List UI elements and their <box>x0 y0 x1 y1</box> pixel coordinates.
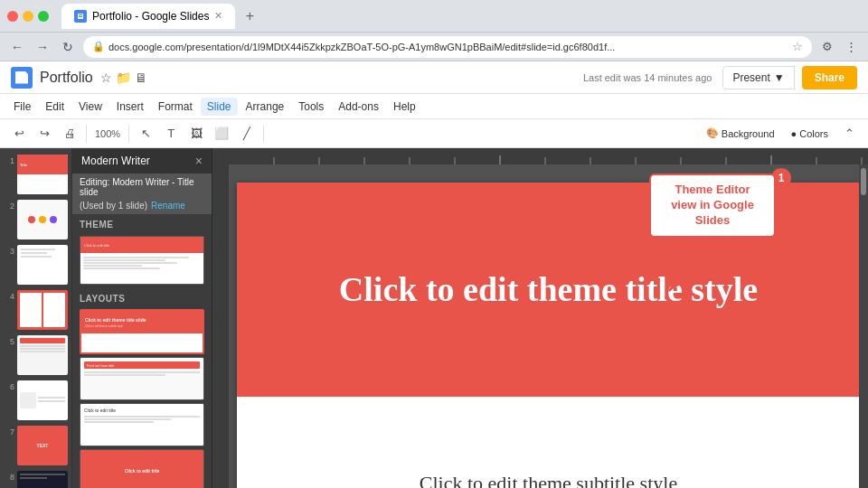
layouts-section: Click to edit theme title slide Click to… <box>72 306 212 488</box>
menu-arrange[interactable]: Arrange <box>240 98 291 116</box>
star-icon[interactable]: ☆ <box>100 70 112 85</box>
colors-button[interactable]: ● Colors <box>784 126 835 142</box>
new-tab-button[interactable]: + <box>239 5 260 27</box>
editing-label: Editing: Modern Writer - Title slide <box>80 177 204 197</box>
slide-canvas-area: Click to edit theme title style Click to… <box>212 148 868 488</box>
slide-image-3 <box>17 245 68 285</box>
slide-thumb-5[interactable]: 5 <box>0 333 71 378</box>
background-icon: 🎨 <box>706 127 719 139</box>
menu-slide[interactable]: Slide <box>201 98 238 116</box>
cursor-tool[interactable]: ↖ <box>134 122 157 145</box>
slide-subtitle-text[interactable]: Click to edit theme subtitle style <box>420 472 677 488</box>
more-options-icon[interactable]: ⋮ <box>841 37 861 57</box>
tab-favicon <box>74 10 87 23</box>
horizontal-ruler <box>212 148 868 164</box>
rename-button[interactable]: Rename <box>151 201 185 211</box>
slide-number-8: 8 <box>4 473 14 482</box>
back-button[interactable]: ← <box>7 37 27 57</box>
layout-image-1: Click to edit theme title slide Click to… <box>81 311 203 352</box>
present-button[interactable]: Present ▼ <box>722 66 794 89</box>
toolbar-divider-1 <box>86 125 87 143</box>
slide-canvas[interactable]: Click to edit theme title style Click to… <box>237 183 861 488</box>
tab-title: Portfolio - Google Slides <box>92 10 209 23</box>
zoom-control[interactable]: 100% <box>91 122 124 145</box>
menu-addons[interactable]: Add-ons <box>332 98 385 116</box>
menu-edit[interactable]: Edit <box>39 98 71 116</box>
slide-image-2 <box>17 200 68 239</box>
presentation-mode-icon[interactable]: 🖥 <box>135 70 147 85</box>
slide-thumb-1[interactable]: 1 Title <box>0 152 71 197</box>
slide-panel: 1 Title 2 3 <box>0 148 72 488</box>
active-tab[interactable]: Portfolio - Google Slides ✕ <box>61 4 235 29</box>
redo-button[interactable]: ↪ <box>33 122 56 145</box>
svg-rect-19 <box>212 164 229 488</box>
theme-preview[interactable]: Click to edit title <box>80 236 204 285</box>
undo-button[interactable]: ↩ <box>7 122 31 145</box>
line-tool[interactable]: ╱ <box>235 122 259 145</box>
layout-image-2: Find out how title <box>80 358 203 399</box>
menu-tools[interactable]: Tools <box>292 98 330 116</box>
toolbar-divider-2 <box>128 125 129 143</box>
print-button[interactable]: 🖨 <box>58 122 81 145</box>
slide-thumb-8[interactable]: 8 <box>0 468 71 488</box>
address-bar-row: ← → ↻ 🔒 docs.google.com/presentation/d/1… <box>0 33 868 61</box>
layout-item-2[interactable]: Find out how title <box>80 357 204 400</box>
menu-file[interactable]: File <box>7 98 37 116</box>
reload-button[interactable]: ↻ <box>58 37 78 57</box>
menu-bar: File Edit View Insert Format Slide Arran… <box>0 94 868 119</box>
scrollbar-thumb[interactable] <box>861 168 866 195</box>
slide-top-section: Click to edit theme title style <box>237 183 861 397</box>
slide-thumb-6[interactable]: 6 <box>0 378 71 423</box>
menu-insert[interactable]: Insert <box>110 98 150 116</box>
vertical-scrollbar[interactable] <box>859 164 868 488</box>
background-label: Background <box>722 128 775 139</box>
menu-format[interactable]: Format <box>152 98 199 116</box>
layout-item-title-slide[interactable]: Click to edit theme title slide Click to… <box>80 309 204 354</box>
slide-thumb-3[interactable]: 3 <box>0 242 71 287</box>
used-by-label: (Used by 1 slide) <box>80 201 147 211</box>
layouts-section-label: LAYOUTS <box>72 288 212 306</box>
browser-chrome: Portfolio - Google Slides ✕ + <box>0 0 868 33</box>
collapse-toolbar-button[interactable]: ⌃ <box>837 122 861 145</box>
theme-editor-close-button[interactable]: × <box>195 154 203 168</box>
security-lock-icon: 🔒 <box>92 41 105 52</box>
slide-number-2: 2 <box>4 202 14 211</box>
slide-image-8 <box>17 471 68 488</box>
shape-tool[interactable]: ⬜ <box>210 122 233 145</box>
maximize-window-button[interactable] <box>38 11 49 22</box>
extensions-icon[interactable]: ⚙ <box>817 37 837 57</box>
close-window-button[interactable] <box>7 11 18 22</box>
slide-number-5: 5 <box>4 337 14 346</box>
theme-editor-header: Modern Writer × <box>72 148 212 174</box>
background-button[interactable]: 🎨 Background <box>699 125 782 142</box>
menu-help[interactable]: Help <box>387 98 422 116</box>
layout-item-4[interactable]: Click to edit title <box>80 449 204 488</box>
slide-thumb-4[interactable]: 4 <box>0 287 71 333</box>
address-bar[interactable]: 🔒 docs.google.com/presentation/d/1l9MDtX… <box>83 36 812 58</box>
bookmark-icon[interactable]: ☆ <box>792 40 803 53</box>
share-button[interactable]: Share <box>802 66 857 89</box>
theme-preview-image: Click to edit title <box>80 237 203 284</box>
vertical-ruler <box>212 164 229 488</box>
text-tool[interactable]: T <box>159 122 183 145</box>
slide-title-text[interactable]: Click to edit theme title style <box>303 269 794 309</box>
slides-app-icon <box>11 67 33 89</box>
slide-image-6 <box>17 380 68 420</box>
slide-image-1: Title <box>17 155 68 194</box>
layout-image-3: Click to edit title <box>80 404 203 446</box>
document-title[interactable]: Portfolio <box>40 70 93 86</box>
menu-view[interactable]: View <box>72 98 108 116</box>
move-to-folder-icon[interactable]: 📁 <box>116 70 131 85</box>
svg-rect-4 <box>229 148 868 164</box>
forward-button[interactable]: → <box>33 37 52 57</box>
theme-editor-title: Modern Writer <box>81 155 150 167</box>
minimize-window-button[interactable] <box>23 11 33 22</box>
present-dropdown-arrow[interactable]: ▼ <box>774 71 785 84</box>
slide-bottom-section: Click to edit theme subtitle style <box>237 397 861 489</box>
image-tool[interactable]: 🖼 <box>184 122 208 145</box>
slide-thumb-7[interactable]: 7 TEXT <box>0 423 71 468</box>
main-content: 1 Title 2 3 <box>0 148 868 488</box>
tab-close-button[interactable]: ✕ <box>214 10 222 22</box>
slide-thumb-2[interactable]: 2 <box>0 197 71 242</box>
layout-item-3[interactable]: Click to edit title <box>80 403 204 446</box>
